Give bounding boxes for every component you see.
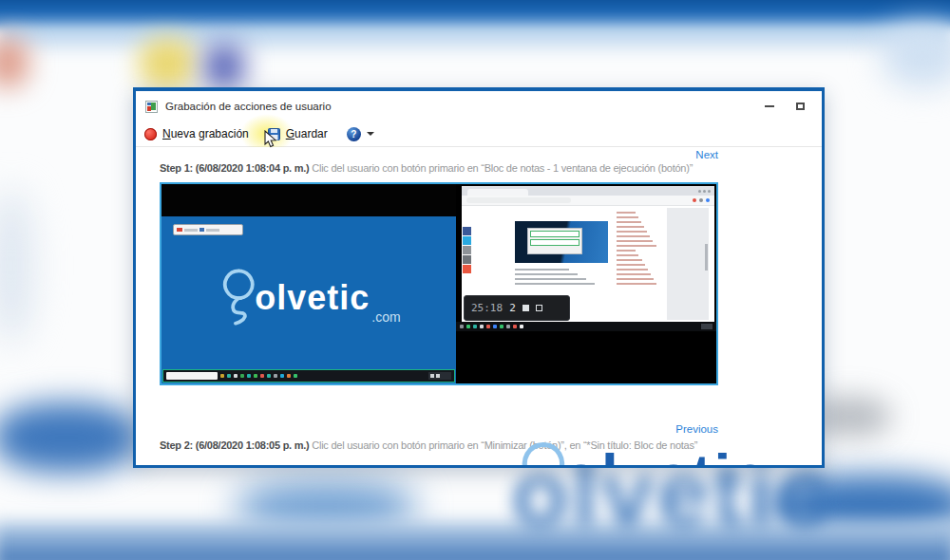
text-line bbox=[617, 245, 656, 247]
icon-dot bbox=[463, 265, 471, 273]
icon-dot bbox=[280, 374, 284, 378]
icon-dot bbox=[520, 325, 523, 328]
icon-dot bbox=[463, 255, 471, 264]
titlebar[interactable]: Grabación de acciones de usuario bbox=[136, 91, 822, 121]
new-recording-button[interactable]: Nueva grabación bbox=[144, 127, 249, 140]
blurred-blob bbox=[882, 25, 950, 87]
article-screenshot bbox=[515, 221, 608, 263]
icon-dot bbox=[506, 325, 510, 328]
window-title: Grabación de acciones de usuario bbox=[165, 101, 332, 112]
icon-dot bbox=[463, 236, 471, 245]
icon-dot bbox=[473, 325, 477, 328]
steps-recorder-app-icon bbox=[145, 101, 158, 113]
text-line bbox=[617, 212, 636, 214]
extension-icon bbox=[706, 198, 710, 202]
maximize-button[interactable] bbox=[793, 100, 807, 113]
text-line bbox=[515, 283, 595, 285]
timer-count: 2 bbox=[509, 302, 516, 314]
icon-dot bbox=[274, 374, 277, 378]
icon-dot bbox=[247, 374, 251, 378]
next-link[interactable]: Next bbox=[695, 149, 718, 160]
text-line bbox=[617, 264, 645, 266]
text-line bbox=[617, 269, 648, 271]
text-line bbox=[617, 216, 638, 218]
window-control-dots bbox=[698, 186, 711, 196]
right-monitor-taskbar bbox=[456, 322, 716, 331]
text-line bbox=[617, 250, 636, 252]
icon-dot bbox=[260, 374, 264, 378]
text-line bbox=[617, 235, 650, 237]
new-recording-label: Nueva grabación bbox=[162, 127, 249, 140]
recording-steps-panel: Next Step 1: (6/08/2020 1:08:04 p. m.) C… bbox=[136, 147, 822, 465]
icon-dot bbox=[287, 374, 291, 378]
icon-dot bbox=[513, 325, 517, 328]
solvetic-watermark: olvetic bbox=[515, 440, 769, 465]
right-monitor: 25:18 2 bbox=[456, 184, 716, 383]
taskbar-search-box bbox=[166, 372, 218, 380]
blurred-blob bbox=[203, 44, 245, 89]
icon-dot bbox=[227, 374, 231, 378]
left-monitor-taskbar bbox=[163, 370, 454, 382]
text-line bbox=[617, 259, 642, 261]
icon-dot bbox=[480, 325, 484, 328]
watermark-text: olvetic bbox=[562, 446, 769, 465]
icon-dot bbox=[463, 246, 471, 254]
mini-record-icon bbox=[177, 228, 182, 232]
black-letterbox-bar bbox=[162, 184, 456, 216]
icon-dot bbox=[254, 374, 257, 378]
social-share-buttons bbox=[463, 227, 471, 273]
icon-dot bbox=[463, 227, 471, 235]
step-1-screenshot: olvetic .com bbox=[160, 182, 718, 385]
text-line bbox=[515, 278, 586, 280]
address-pill bbox=[466, 197, 571, 203]
help-icon: ? bbox=[347, 127, 361, 141]
icon-dot bbox=[267, 374, 271, 378]
logo-suffix: .com bbox=[371, 309, 400, 325]
recorder-timer-overlay: 25:18 2 bbox=[464, 295, 570, 321]
blurred-blob bbox=[0, 190, 32, 342]
save-label: Guardar bbox=[286, 127, 328, 140]
system-tray bbox=[701, 324, 712, 329]
text-line bbox=[617, 278, 654, 280]
timer-icon bbox=[522, 305, 529, 311]
timer-icon bbox=[536, 305, 542, 311]
text-line bbox=[617, 254, 638, 256]
step-1-text: Step 1: (6/08/2020 1:08:04 p. m.) Clic d… bbox=[160, 161, 693, 175]
help-button[interactable]: ? bbox=[347, 127, 374, 141]
text-line bbox=[617, 221, 641, 223]
solvetic-logo: olvetic .com bbox=[217, 268, 400, 327]
icon-dot bbox=[234, 374, 238, 378]
minimize-button[interactable] bbox=[763, 100, 776, 113]
text-line bbox=[617, 283, 656, 285]
text-line bbox=[515, 273, 578, 275]
toolbar: Nueva grabación Guardar ? bbox=[136, 121, 822, 147]
icon-dot bbox=[466, 325, 470, 328]
text-line bbox=[617, 273, 651, 275]
page-right-panel bbox=[667, 208, 709, 320]
text-line bbox=[617, 231, 647, 233]
desktop-background: olvetic Grabación de acciones de usuario… bbox=[0, 0, 950, 560]
blurred-blob bbox=[0, 38, 28, 87]
taskbar-icons bbox=[460, 325, 523, 328]
mouse-cursor-icon bbox=[264, 130, 277, 148]
system-tray bbox=[428, 372, 451, 380]
previous-link[interactable]: Previous bbox=[675, 423, 718, 435]
icon-dot bbox=[460, 325, 464, 328]
scrollbar-thumb bbox=[705, 244, 708, 271]
steps-recorder-mini-toolbar bbox=[173, 224, 243, 235]
icon-dot bbox=[493, 325, 497, 328]
mini-save-icon bbox=[200, 228, 204, 232]
article-dialog bbox=[527, 228, 582, 254]
icon-dot bbox=[240, 374, 244, 378]
steps-recorder-window: Grabación de acciones de usuario Nueva g… bbox=[133, 87, 825, 468]
icon-dot bbox=[220, 374, 224, 378]
extension-icon bbox=[699, 198, 703, 202]
browser-tab-bar bbox=[462, 186, 714, 196]
sidebar-links bbox=[617, 212, 666, 285]
blurred-blob bbox=[0, 402, 141, 473]
text-line bbox=[515, 269, 569, 271]
text-line bbox=[617, 226, 644, 228]
text-line bbox=[617, 240, 653, 242]
chevron-down-icon bbox=[367, 132, 374, 140]
timer-time: 25:18 bbox=[471, 302, 503, 314]
